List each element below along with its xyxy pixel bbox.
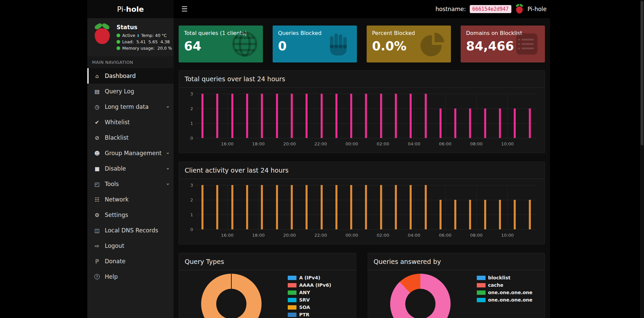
- query-bar[interactable]: [231, 94, 233, 138]
- legend-item-ptr[interactable]: PTR: [288, 312, 331, 317]
- query-bar[interactable]: [454, 200, 456, 229]
- pie-chart-icon: [419, 30, 447, 58]
- legend-swatch: [288, 276, 296, 280]
- query-bar[interactable]: [499, 108, 501, 138]
- query-bar[interactable]: [469, 108, 471, 138]
- query-bar[interactable]: [380, 94, 382, 138]
- query-bar[interactable]: [350, 185, 352, 229]
- x-axis-tick: 22:00: [314, 233, 327, 238]
- query-bar[interactable]: [514, 200, 516, 229]
- legend-item-srv[interactable]: SRV: [288, 297, 331, 303]
- sidebar-toggle-button[interactable]: ☰: [179, 4, 190, 14]
- query-bar[interactable]: [425, 185, 427, 229]
- query-bar[interactable]: [201, 185, 203, 229]
- query-bar[interactable]: [395, 185, 397, 229]
- legend-swatch: [477, 298, 486, 302]
- x-axis-tick: 04:00: [408, 141, 420, 146]
- query-bar[interactable]: [335, 94, 337, 138]
- query-bar[interactable]: [306, 185, 308, 229]
- legend-item-any[interactable]: ANY: [288, 290, 331, 295]
- legend-swatch: [288, 283, 296, 287]
- query-bar[interactable]: [514, 108, 516, 138]
- legend-label: one.one.one.one: [488, 297, 533, 303]
- x-axis-tick: 10:00: [501, 141, 514, 146]
- sidebar-item-tools[interactable]: ◰Tools›: [87, 176, 174, 192]
- sidebar-item-network[interactable]: ☷Network: [87, 192, 174, 207]
- client-activity-panel: Client activity over last 24 hours 01231…: [179, 162, 545, 244]
- legend-item-one-one-one-one[interactable]: one.one.one.one: [477, 290, 533, 295]
- query-bar[interactable]: [469, 200, 471, 229]
- legend-item-one-one-one-one[interactable]: one.one.one.one: [477, 297, 533, 303]
- query-bar[interactable]: [529, 200, 531, 229]
- query-bar[interactable]: [529, 108, 531, 138]
- sidebar-item-dashboard[interactable]: ⌂Dashboard: [87, 68, 174, 84]
- sidebar-nav: ⌂Dashboard▤Query Log◷Long term data›✔Whi…: [87, 68, 174, 284]
- query-bar[interactable]: [321, 94, 323, 138]
- legend-item-cache[interactable]: cache: [477, 282, 533, 288]
- sidebar-item-logout[interactable]: ⇨Logout: [87, 238, 174, 254]
- sidebar-item-long-term-data[interactable]: ◷Long term data›: [87, 99, 174, 115]
- total-queries-chart[interactable]: 012316:0018:0020:0022:0000:0002:0004:000…: [184, 91, 540, 149]
- query-bar[interactable]: [306, 94, 308, 138]
- queries-answered-chart[interactable]: [390, 274, 451, 318]
- legend-item-aaaa-ipv6[interactable]: AAAA (IPv6): [288, 282, 331, 288]
- query-bar[interactable]: [276, 185, 278, 229]
- users-icon: ☻: [93, 150, 101, 156]
- brand-logo[interactable]: Pi-hole: [87, 0, 174, 18]
- query-bar[interactable]: [350, 94, 352, 138]
- status-text: Temp: 40 °C: [141, 33, 167, 38]
- query-bar[interactable]: [365, 94, 367, 138]
- query-bar[interactable]: [291, 94, 293, 138]
- sidebar-item-label: Query Log: [105, 88, 134, 95]
- query-bar[interactable]: [380, 185, 382, 229]
- query-bar[interactable]: [499, 200, 501, 229]
- sidebar-item-whitelist[interactable]: ✔Whitelist: [87, 115, 174, 130]
- sidebar-item-label: Dashboard: [105, 73, 136, 79]
- query-bar[interactable]: [395, 94, 397, 138]
- query-bar[interactable]: [440, 200, 442, 229]
- query-bar[interactable]: [425, 94, 427, 138]
- sidebar-item-settings[interactable]: ⚙Settings: [87, 207, 174, 223]
- query-bar[interactable]: [246, 185, 248, 229]
- query-bar[interactable]: [321, 185, 323, 229]
- query-types-chart[interactable]: [201, 274, 262, 318]
- query-bar[interactable]: [261, 185, 263, 229]
- sidebar-item-group-management[interactable]: ☻Group Management›: [87, 145, 174, 161]
- y-axis-tick: 3: [184, 91, 193, 96]
- query-bar[interactable]: [410, 185, 412, 229]
- sidebar-item-label: Tools: [105, 181, 119, 187]
- query-bar[interactable]: [365, 185, 367, 229]
- query-bar[interactable]: [484, 108, 486, 138]
- query-bar[interactable]: [291, 185, 293, 229]
- sidebar-item-blacklist[interactable]: ⊘Blacklist: [87, 130, 174, 145]
- query-bar[interactable]: [440, 108, 442, 138]
- legend-item-soa[interactable]: SOA: [288, 305, 331, 310]
- sidebar-item-donate[interactable]: ℙDonate: [87, 254, 174, 269]
- query-bar[interactable]: [335, 185, 337, 229]
- query-bar[interactable]: [454, 108, 456, 138]
- page-scrollbar[interactable]: [640, 0, 644, 318]
- scrollbar-thumb[interactable]: [641, 1, 643, 145]
- sidebar-item-help[interactable]: ?Help: [87, 269, 174, 284]
- list-icon: [513, 30, 541, 58]
- legend-swatch: [477, 283, 486, 287]
- card-domains-on-blocklist: Domains on Blocklist84,466: [461, 26, 545, 62]
- query-bar[interactable]: [216, 94, 218, 138]
- status-title: Status: [117, 24, 172, 31]
- sidebar-item-disable[interactable]: ■Disable›: [87, 161, 174, 176]
- query-bar[interactable]: [216, 185, 218, 229]
- query-types-legend: A (IPv4)AAAA (IPv6)ANYSRVSOAPTRTXTNAPTR: [288, 273, 331, 318]
- query-bar[interactable]: [201, 94, 203, 138]
- y-axis-tick: 0: [184, 136, 193, 141]
- query-bar[interactable]: [484, 200, 486, 229]
- sidebar-item-query-log[interactable]: ▤Query Log: [87, 84, 174, 99]
- legend-item-blocklist[interactable]: blocklist: [477, 275, 533, 280]
- query-bar[interactable]: [276, 94, 278, 138]
- sidebar-item-local-dns-records[interactable]: ◫Local DNS Records: [87, 223, 174, 238]
- query-bar[interactable]: [261, 94, 263, 138]
- legend-item-a-ipv4[interactable]: A (IPv4): [288, 275, 331, 280]
- query-bar[interactable]: [246, 94, 248, 138]
- client-activity-chart[interactable]: 012316:0018:0020:0022:0000:0002:0004:000…: [184, 182, 540, 240]
- query-bar[interactable]: [410, 94, 412, 138]
- query-bar[interactable]: [231, 185, 233, 229]
